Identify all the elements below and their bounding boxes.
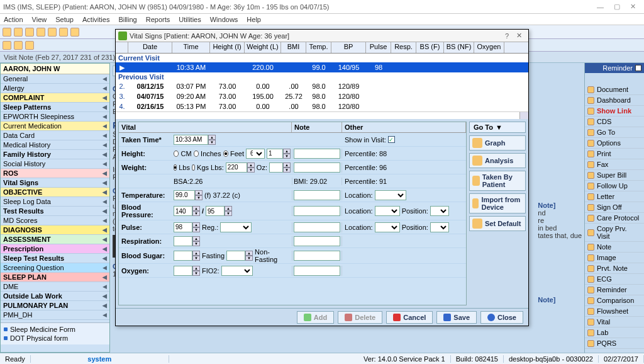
nav-item[interactable]: General◀ <box>1 74 109 84</box>
previous-visit-row[interactable]: 3.04/07/1509:20 AM73.00195.0025.7298.012… <box>116 91 528 101</box>
nav-item[interactable]: Medical History◀ <box>1 140 109 150</box>
height-note-input[interactable] <box>294 149 340 159</box>
nav-item[interactable]: Vital Signs◀ <box>1 178 109 188</box>
quicklink[interactable]: Image <box>585 253 644 263</box>
quicklink[interactable]: Care Protocol <box>585 213 644 224</box>
nav-item[interactable]: Sleep Test Results◀ <box>1 254 109 263</box>
toolbar-icon[interactable] <box>25 28 34 37</box>
quicklink[interactable]: Document <box>585 84 644 95</box>
bs-fasting-input[interactable] <box>174 251 192 261</box>
nav-item[interactable]: COMPLAINT◀ <box>1 93 109 103</box>
nav-item[interactable]: ASSESSMENT◀ <box>1 235 109 244</box>
height-cm-radio[interactable] <box>174 151 179 157</box>
reminder-checkbox[interactable] <box>635 65 641 71</box>
toolbar-icon[interactable] <box>14 41 23 50</box>
weight-note-input[interactable] <box>294 162 340 173</box>
minimize-button[interactable]: — <box>592 3 609 11</box>
bs-nonfasting-input[interactable] <box>226 251 245 261</box>
quicklink[interactable]: Show Link <box>585 106 644 117</box>
height-feet-select[interactable]: 6 <box>246 149 265 159</box>
menu-view[interactable]: View <box>32 16 47 23</box>
graph-button[interactable]: Graph <box>469 135 526 151</box>
weight-lbs-input[interactable] <box>226 162 247 173</box>
nav-item[interactable]: Family History◀ <box>1 150 109 159</box>
previous-visit-row[interactable]: 2.08/12/1503:07 PM73.000.00.0098.0120/89 <box>116 81 528 91</box>
taken-time-input[interactable] <box>174 135 208 145</box>
quicklink[interactable]: Comparison <box>585 295 644 306</box>
dialog-close-button[interactable]: ✕ <box>513 31 526 40</box>
goto-button[interactable]: Go To ▼ <box>469 122 526 133</box>
nav-item[interactable]: Outside Lab Work◀ <box>1 292 109 301</box>
nav-item[interactable]: Allergy◀ <box>1 84 109 93</box>
pulse-input[interactable] <box>174 222 192 232</box>
fio2-select[interactable] <box>221 266 253 276</box>
nav-item[interactable]: Test Results◀ <box>1 207 109 216</box>
quicklink[interactable]: Lab <box>585 327 644 338</box>
toolbar-icon[interactable] <box>59 28 68 37</box>
nav-item[interactable]: MD Scores◀ <box>1 216 109 225</box>
menu-reports[interactable]: Reports <box>146 16 170 23</box>
quicklink[interactable]: Options <box>585 138 644 149</box>
menu-billing[interactable]: Billing <box>118 16 136 23</box>
menu-windows[interactable]: Windows <box>210 16 238 23</box>
toolbar-icon[interactable] <box>36 28 45 37</box>
temp-input[interactable] <box>174 190 195 200</box>
nav-item[interactable]: DME◀ <box>1 282 109 292</box>
menu-activities[interactable]: Activities <box>82 16 109 23</box>
close-button[interactable]: ✕ <box>625 3 641 11</box>
menu-setup[interactable]: Setup <box>55 16 74 23</box>
maximize-button[interactable]: ▢ <box>609 3 625 11</box>
quicklink[interactable]: Print <box>585 149 644 159</box>
nav-item[interactable]: Sleep Patterns◀ <box>1 103 109 112</box>
weight-lbs-radio[interactable] <box>174 164 177 171</box>
taken-by-patient-button[interactable]: Taken By Patient <box>469 171 526 191</box>
temp-note-input[interactable] <box>294 190 340 200</box>
nav-item[interactable]: Screening Question◀ <box>1 263 109 273</box>
nav-item[interactable]: Prescription◀ <box>1 244 109 254</box>
height-ft-radio[interactable] <box>223 151 228 157</box>
save-button[interactable]: Save <box>436 311 477 324</box>
quicklink[interactable]: Fax <box>585 159 644 170</box>
quicklink[interactable]: Vital <box>585 317 644 327</box>
toolbar-icon[interactable] <box>70 28 79 37</box>
toolbar-icon[interactable] <box>25 41 34 50</box>
menu-utilities[interactable]: Utilities <box>179 16 201 23</box>
toolbar-icon[interactable] <box>3 28 11 37</box>
quicklink[interactable]: Go To <box>585 127 644 138</box>
nav-item[interactable]: OBJECTIVE◀ <box>1 188 109 197</box>
quicklink[interactable]: PQRS <box>585 338 644 349</box>
nav-item[interactable]: DIAGNOSIS◀ <box>1 225 109 235</box>
nav-item[interactable]: ROS◀ <box>1 169 109 178</box>
delete-button[interactable]: Delete <box>338 311 382 324</box>
add-button[interactable]: Add <box>297 311 334 324</box>
dialog-help-button[interactable]: ? <box>501 32 513 40</box>
weight-oz-input[interactable] <box>269 162 283 173</box>
bp-note-input[interactable] <box>294 206 340 216</box>
form-link[interactable]: Sleep Medicine Form <box>3 325 108 334</box>
menu-help[interactable]: Help <box>247 16 261 23</box>
oxygen-input[interactable] <box>174 266 192 276</box>
quicklink[interactable]: CDS <box>585 117 644 127</box>
analysis-button[interactable]: Analysis <box>469 153 526 168</box>
respiration-input[interactable] <box>174 236 192 246</box>
quicklink[interactable]: Reminder <box>585 285 644 295</box>
cancel-button[interactable]: Cancel <box>386 311 433 324</box>
weight-kgs-radio[interactable] <box>192 164 195 171</box>
quicklink[interactable]: ECG <box>585 274 644 285</box>
sugar-note-input[interactable] <box>294 251 340 261</box>
quicklink[interactable]: Letter <box>585 191 644 202</box>
quicklink[interactable]: Note <box>585 242 644 253</box>
nav-item[interactable]: PULMONARY PLAN◀ <box>1 301 109 310</box>
quicklink[interactable]: Follow Up <box>585 181 644 191</box>
nav-item[interactable]: Current Medication◀ <box>1 122 109 131</box>
current-visit-row[interactable]: ▶ 10:33 AM 220.00 99.0 140/95 98 <box>116 62 528 72</box>
pulse-note-input[interactable] <box>294 222 340 232</box>
toolbar-icon[interactable] <box>48 28 57 37</box>
quicklink[interactable]: Copy Prv. Visit <box>585 224 644 242</box>
quicklink[interactable]: Prvt. Note <box>585 263 644 274</box>
form-link[interactable]: DOT Physical form <box>3 334 108 343</box>
nav-item[interactable]: PMH_DH◀ <box>1 310 109 320</box>
nav-item[interactable]: Data Card◀ <box>1 131 109 140</box>
bp-systolic-input[interactable] <box>174 206 192 216</box>
height-in-radio[interactable] <box>194 151 199 157</box>
